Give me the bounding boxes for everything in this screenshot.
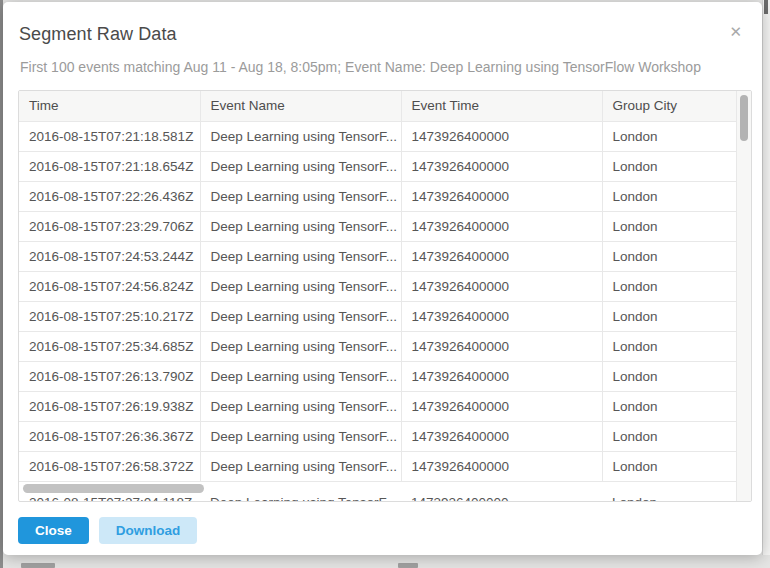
cell-group-city: London — [602, 211, 738, 241]
events-table: Time Event Name Event Time Group City 20… — [18, 90, 752, 502]
cell-event-time: 1473926400000 — [401, 361, 602, 391]
table-row[interactable]: 2016-08-15T07:26:36.367Z Deep Learning u… — [19, 421, 738, 451]
cell-time: 2016-08-15T07:26:19.938Z — [19, 391, 200, 421]
background-page-fragment — [21, 563, 55, 568]
cell-event-name: Deep Learning using TensorF... — [200, 391, 401, 421]
clipped-table-row: 2016-08-15T07:27:04.118Z Deep Learning u… — [19, 495, 738, 501]
cell-group-city: London — [602, 151, 738, 181]
table-row[interactable]: 2016-08-15T07:24:56.824Z Deep Learning u… — [19, 271, 738, 301]
table-row[interactable]: 2016-08-15T07:26:13.790Z Deep Learning u… — [19, 361, 738, 391]
cell-event-time: 1473926400000 — [401, 181, 602, 211]
clipped-cell-event-name: Deep Learning using TensorF... — [210, 495, 397, 501]
table-row[interactable]: 2016-08-15T07:26:58.372Z Deep Learning u… — [19, 451, 738, 481]
table-body: 2016-08-15T07:21:18.581Z Deep Learning u… — [19, 121, 738, 481]
background-page-right-edge — [762, 0, 770, 555]
cell-event-name: Deep Learning using TensorF... — [200, 211, 401, 241]
cell-time: 2016-08-15T07:26:58.372Z — [19, 451, 200, 481]
horizontal-scrollbar-thumb[interactable] — [23, 484, 204, 493]
cell-event-time: 1473926400000 — [401, 271, 602, 301]
cell-event-name: Deep Learning using TensorF... — [200, 421, 401, 451]
clipped-cell-group-city: London — [612, 495, 657, 501]
raw-data-table: Time Event Name Event Time Group City 20… — [19, 91, 738, 482]
column-header-time: Time — [19, 91, 200, 121]
cell-event-time: 1473926400000 — [401, 151, 602, 181]
clipped-cell-time: 2016-08-15T07:27:04.118Z — [29, 495, 192, 501]
clipped-cell-event-time: 1473926400000 — [411, 495, 509, 501]
cell-event-time: 1473926400000 — [401, 451, 602, 481]
cell-event-time: 1473926400000 — [401, 301, 602, 331]
modal-subtitle: First 100 events matching Aug 11 - Aug 1… — [20, 59, 701, 75]
column-header-event-name: Event Name — [200, 91, 401, 121]
cell-group-city: London — [602, 121, 738, 151]
cell-time: 2016-08-15T07:25:34.685Z — [19, 331, 200, 361]
cell-event-time: 1473926400000 — [401, 121, 602, 151]
cell-event-time: 1473926400000 — [401, 331, 602, 361]
cell-time: 2016-08-15T07:21:18.654Z — [19, 151, 200, 181]
cell-event-name: Deep Learning using TensorF... — [200, 451, 401, 481]
cell-group-city: London — [602, 451, 738, 481]
cell-event-name: Deep Learning using TensorF... — [200, 301, 401, 331]
cell-time: 2016-08-15T07:26:36.367Z — [19, 421, 200, 451]
table-row[interactable]: 2016-08-15T07:21:18.581Z Deep Learning u… — [19, 121, 738, 151]
background-page-fragment — [398, 563, 418, 568]
segment-raw-data-modal: Segment Raw Data ✕ First 100 events matc… — [3, 2, 762, 555]
table-row[interactable]: 2016-08-15T07:26:19.938Z Deep Learning u… — [19, 391, 738, 421]
cell-group-city: London — [602, 331, 738, 361]
cell-time: 2016-08-15T07:25:10.217Z — [19, 301, 200, 331]
cell-time: 2016-08-15T07:24:56.824Z — [19, 271, 200, 301]
cell-event-time: 1473926400000 — [401, 421, 602, 451]
cell-time: 2016-08-15T07:23:29.706Z — [19, 211, 200, 241]
cell-group-city: London — [602, 271, 738, 301]
table-row[interactable]: 2016-08-15T07:25:10.217Z Deep Learning u… — [19, 301, 738, 331]
cell-event-time: 1473926400000 — [401, 241, 602, 271]
cell-group-city: London — [602, 301, 738, 331]
cell-group-city: London — [602, 391, 738, 421]
cell-event-time: 1473926400000 — [401, 211, 602, 241]
modal-title: Segment Raw Data — [19, 24, 177, 45]
screen: Segment Raw Data ✕ First 100 events matc… — [0, 0, 770, 568]
vertical-scrollbar[interactable] — [736, 91, 751, 501]
cell-group-city: London — [602, 181, 738, 211]
download-button[interactable]: Download — [99, 517, 198, 544]
cell-time: 2016-08-15T07:21:18.581Z — [19, 121, 200, 151]
page-scrollbar-thumb[interactable] — [764, 0, 768, 14]
table-row[interactable]: 2016-08-15T07:25:34.685Z Deep Learning u… — [19, 331, 738, 361]
cell-time: 2016-08-15T07:26:13.790Z — [19, 361, 200, 391]
cell-time: 2016-08-15T07:22:26.436Z — [19, 181, 200, 211]
modal-footer: Close Download — [18, 517, 197, 544]
cell-event-name: Deep Learning using TensorF... — [200, 151, 401, 181]
cell-group-city: London — [602, 241, 738, 271]
cell-event-name: Deep Learning using TensorF... — [200, 121, 401, 151]
column-header-event-time: Event Time — [401, 91, 602, 121]
cell-event-name: Deep Learning using TensorF... — [200, 241, 401, 271]
cell-event-name: Deep Learning using TensorF... — [200, 271, 401, 301]
vertical-scrollbar-thumb[interactable] — [740, 95, 748, 141]
table-row[interactable]: 2016-08-15T07:22:26.436Z Deep Learning u… — [19, 181, 738, 211]
table-row[interactable]: 2016-08-15T07:24:53.244Z Deep Learning u… — [19, 241, 738, 271]
close-icon[interactable]: ✕ — [729, 24, 742, 39]
cell-event-name: Deep Learning using TensorF... — [200, 361, 401, 391]
cell-group-city: London — [602, 421, 738, 451]
cell-event-name: Deep Learning using TensorF... — [200, 331, 401, 361]
close-button[interactable]: Close — [18, 517, 89, 544]
cell-time: 2016-08-15T07:24:53.244Z — [19, 241, 200, 271]
table-row[interactable]: 2016-08-15T07:21:18.654Z Deep Learning u… — [19, 151, 738, 181]
cell-event-name: Deep Learning using TensorF... — [200, 181, 401, 211]
column-header-group-city: Group City — [602, 91, 738, 121]
table-header: Time Event Name Event Time Group City — [19, 91, 738, 121]
background-page-bottom-edge — [3, 555, 770, 568]
table-row[interactable]: 2016-08-15T07:23:29.706Z Deep Learning u… — [19, 211, 738, 241]
cell-event-time: 1473926400000 — [401, 391, 602, 421]
cell-group-city: London — [602, 361, 738, 391]
